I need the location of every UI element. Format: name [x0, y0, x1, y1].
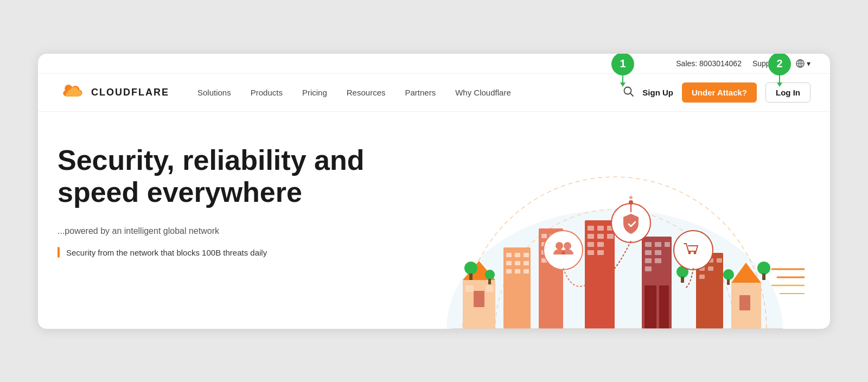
main-nav: CLOUDFLARE Solutions Products Pricing Re… — [38, 74, 830, 112]
svg-rect-39 — [597, 226, 604, 231]
svg-point-71 — [464, 262, 477, 275]
search-icon — [623, 86, 634, 97]
nav-partners[interactable]: Partners — [405, 88, 436, 97]
svg-rect-16 — [515, 253, 520, 257]
hero-illustration — [419, 144, 810, 329]
svg-rect-18 — [506, 261, 512, 265]
hero-section: Security, reliability and speed everywhe… — [38, 112, 830, 329]
globe-link[interactable]: ▾ — [796, 59, 810, 68]
svg-rect-55 — [655, 250, 661, 255]
nav-pricing[interactable]: Pricing — [302, 88, 327, 97]
svg-rect-70 — [739, 295, 750, 310]
svg-rect-53 — [665, 242, 670, 247]
svg-rect-38 — [588, 226, 594, 231]
svg-point-81 — [544, 231, 583, 270]
svg-rect-23 — [524, 269, 529, 273]
nav-actions: Sign Up Under Attack? Log In — [623, 82, 810, 103]
brand-name: CLOUDFLARE — [91, 87, 169, 98]
svg-point-79 — [757, 262, 770, 275]
svg-rect-22 — [515, 269, 520, 273]
browser-card: 1 2 Sales: 8003014062 Support ▾ ▾ — [38, 54, 830, 329]
city-illustration — [425, 144, 805, 329]
annotation-2: 2 — [768, 54, 791, 75]
nav-solutions[interactable]: Solutions — [197, 88, 231, 97]
svg-rect-54 — [645, 250, 652, 255]
nav-products[interactable]: Products — [251, 88, 283, 97]
svg-rect-11 — [474, 291, 484, 307]
svg-rect-78 — [727, 279, 730, 285]
svg-rect-60 — [659, 285, 669, 329]
svg-rect-36 — [555, 283, 563, 329]
signup-link[interactable]: Sign Up — [642, 88, 673, 97]
annotation-1: 1 — [611, 54, 634, 75]
logo-area[interactable]: CLOUDFLARE — [58, 82, 169, 102]
svg-rect-25 — [541, 234, 547, 238]
svg-rect-57 — [655, 258, 661, 263]
svg-point-87 — [694, 251, 697, 254]
orange-accent-bar — [58, 247, 60, 258]
search-button[interactable] — [623, 86, 634, 99]
svg-rect-49 — [604, 285, 612, 329]
svg-line-5 — [630, 93, 633, 96]
globe-icon — [796, 59, 805, 68]
svg-rect-44 — [588, 242, 594, 247]
svg-rect-20 — [524, 261, 529, 265]
svg-point-77 — [723, 269, 734, 280]
svg-rect-43 — [607, 234, 614, 239]
svg-point-90 — [629, 196, 633, 199]
nav-items: Solutions Products Pricing Resources Par… — [197, 88, 605, 97]
nav-why-cloudflare[interactable]: Why Cloudflare — [455, 88, 511, 97]
hero-subtitle: ...powered by an intelligent global netw… — [58, 226, 419, 236]
nav-resources[interactable]: Resources — [347, 88, 386, 97]
svg-rect-12 — [465, 285, 474, 292]
svg-rect-45 — [597, 242, 604, 247]
svg-rect-17 — [524, 253, 529, 257]
svg-rect-51 — [645, 242, 652, 247]
svg-rect-46 — [588, 250, 594, 255]
svg-point-83 — [564, 242, 571, 250]
svg-rect-64 — [717, 258, 722, 263]
svg-rect-67 — [699, 275, 705, 279]
svg-point-73 — [485, 270, 495, 279]
sales-phone: Sales: 8003014062 — [676, 59, 742, 68]
svg-rect-66 — [708, 266, 713, 271]
svg-rect-74 — [488, 279, 491, 284]
svg-rect-76 — [681, 277, 684, 283]
svg-rect-59 — [644, 285, 656, 329]
svg-rect-15 — [506, 253, 512, 257]
svg-rect-72 — [469, 273, 473, 280]
svg-rect-58 — [645, 266, 652, 271]
svg-rect-35 — [541, 283, 552, 329]
svg-rect-52 — [655, 242, 661, 247]
svg-rect-80 — [762, 273, 765, 280]
svg-rect-47 — [597, 250, 604, 255]
logo-icon — [58, 82, 86, 102]
svg-point-89 — [629, 200, 633, 205]
svg-rect-21 — [506, 269, 512, 273]
under-attack-button[interactable]: Under Attack? — [682, 82, 757, 103]
hero-tagline: Security from the network that blocks 10… — [58, 247, 419, 258]
svg-rect-42 — [597, 234, 604, 239]
svg-point-86 — [688, 251, 691, 254]
svg-rect-13 — [486, 285, 494, 292]
svg-rect-48 — [590, 285, 601, 329]
svg-point-82 — [556, 242, 563, 250]
svg-point-85 — [674, 231, 713, 270]
hero-text: Security, reliability and speed everywhe… — [58, 144, 419, 329]
hero-title: Security, reliability and speed everywhe… — [58, 144, 419, 209]
svg-rect-41 — [588, 234, 594, 239]
login-button[interactable]: Log In — [765, 82, 810, 103]
svg-rect-56 — [645, 258, 652, 263]
svg-rect-19 — [515, 261, 520, 265]
svg-rect-14 — [503, 247, 531, 329]
top-bar: Sales: 8003014062 Support ▾ ▾ — [38, 54, 830, 74]
